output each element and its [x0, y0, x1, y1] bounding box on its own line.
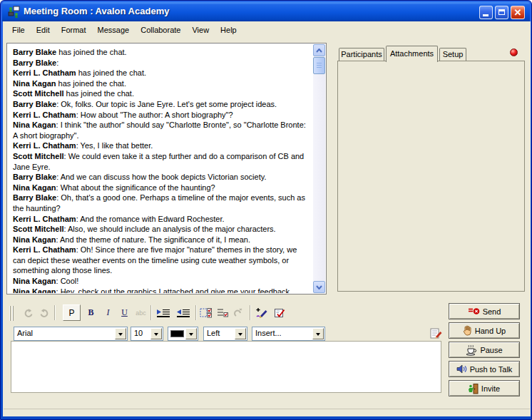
chat-message: Kerri L. Chatham: Yes, I like that bette…	[13, 140, 310, 151]
chat-text: has joined the chat.	[56, 48, 126, 56]
undo-icon	[23, 308, 34, 318]
italic-button[interactable]: I	[100, 304, 116, 321]
checklist-button[interactable]	[214, 304, 230, 321]
menu-item[interactable]: Collaborate	[135, 24, 186, 36]
maximize-button[interactable]	[495, 6, 508, 19]
chat-text: : Yes, I like that better.	[76, 141, 153, 150]
insert-value: Insert...	[255, 329, 282, 337]
client-area: FileEditFormatMessageCollaborateViewHelp…	[3, 21, 531, 416]
chat-speaker: Kerri L. Chatham	[13, 141, 76, 150]
bold-button[interactable]: B	[83, 304, 99, 321]
tab-label: Setup	[440, 48, 466, 61]
send-label: Send	[483, 307, 501, 316]
scroll-thumb[interactable]	[313, 57, 325, 74]
hand-up-button[interactable]: Hand Up	[449, 322, 520, 339]
indent-increase-button[interactable]	[154, 304, 173, 321]
scroll-up-button[interactable]	[313, 44, 325, 56]
menu-bar: FileEditFormatMessageCollaborateViewHelp	[4, 22, 530, 37]
dropdown-arrow-icon[interactable]	[312, 328, 324, 339]
indent-decrease-button[interactable]	[174, 304, 193, 321]
tab-label: Participants	[339, 48, 384, 61]
menu-item[interactable]: Format	[56, 24, 92, 36]
coffee-cup-icon	[466, 344, 477, 356]
paragraph-button[interactable]: P	[63, 304, 81, 321]
menu-item[interactable]: Edit	[31, 24, 56, 36]
tab-attachments[interactable]: Attachments	[386, 46, 438, 62]
font-family-select[interactable]: Arial	[14, 327, 128, 341]
select-items-button[interactable]	[198, 304, 214, 321]
message-input[interactable]	[11, 341, 441, 393]
chat-message: Nina Kagan has joined the chat.	[13, 78, 310, 89]
chevron-down-icon	[316, 285, 322, 290]
add-note-button[interactable]	[254, 304, 270, 321]
pointer-icon	[233, 308, 243, 318]
undo-button[interactable]	[20, 304, 36, 321]
invite-button[interactable]: Invite	[449, 380, 520, 396]
minimize-button[interactable]	[479, 6, 493, 19]
pause-button[interactable]: Pause	[449, 342, 520, 358]
chat-speaker: Kerri L. Chatham	[13, 215, 76, 223]
chevron-up-icon	[316, 48, 322, 53]
font-effects-icon: abc	[135, 309, 146, 317]
chat-scrollbar[interactable]	[313, 44, 325, 293]
chat-text: : I think "the author" should say "Charl…	[13, 121, 306, 140]
pointer-button[interactable]	[230, 304, 246, 321]
chat-text: : And we can discuss how the book depict…	[56, 173, 266, 181]
font-color-select[interactable]	[168, 327, 198, 341]
paragraph-label: P	[68, 308, 74, 318]
title-bar[interactable]: Meeting Room : Avalon Academy ✕	[2, 1, 530, 21]
send-icon	[468, 307, 480, 316]
redo-button[interactable]	[36, 304, 53, 321]
chat-message: Barry Blake: And we can discuss how the …	[13, 172, 310, 183]
chat-text: : And the theme of nature. The significa…	[56, 235, 251, 244]
toolbar-grip[interactable]	[9, 306, 14, 321]
chat-speaker: Kerri L. Chatham	[13, 245, 76, 254]
spell-check-button[interactable]	[271, 304, 287, 321]
font-size-select[interactable]: 10	[131, 327, 163, 341]
pause-label: Pause	[480, 346, 502, 354]
align-select[interactable]: Left	[203, 327, 247, 341]
push-to-talk-button[interactable]: Push to Talk	[449, 361, 520, 377]
meeting-icon	[8, 6, 21, 19]
push-to-talk-label: Push to Talk	[470, 365, 513, 374]
edit-note-icon[interactable]	[429, 327, 442, 340]
underline-button[interactable]: U	[116, 304, 133, 321]
dropdown-arrow-icon[interactable]	[150, 328, 162, 339]
chat-message: Nina Kagan: Cool!	[13, 276, 310, 287]
invite-label: Invite	[481, 384, 500, 393]
chat-speaker: Barry Blake	[13, 100, 56, 108]
tab-participants[interactable]: Participants	[339, 48, 384, 61]
chat-text: : Oh, that's a good one. Perhaps a timel…	[13, 193, 305, 212]
menu-item[interactable]: View	[186, 24, 215, 36]
hand-icon	[463, 325, 472, 336]
chat-message: Barry Blake has joined the chat.	[13, 47, 310, 58]
font-effects-button[interactable]: abc	[133, 304, 149, 321]
tab-label: Attachments	[387, 46, 437, 61]
menu-item[interactable]: Message	[92, 24, 135, 36]
chat-speaker: Barry Blake	[13, 58, 56, 67]
chat-message: Kerri L. Chatham has joined the chat.	[13, 68, 310, 78]
color-swatch	[170, 330, 184, 337]
format-toolbar: P B I U abc	[3, 302, 449, 324]
chat-text: : How about "The author: A short biograp…	[76, 111, 233, 119]
send-button[interactable]: Send	[449, 303, 520, 319]
dropdown-arrow-icon[interactable]	[115, 328, 126, 339]
dropdown-arrow-icon[interactable]	[235, 328, 246, 339]
chat-speaker: Barry Blake	[13, 173, 56, 181]
add-note-pencil-icon	[256, 307, 268, 318]
close-button[interactable]: ✕	[511, 6, 525, 19]
dropdown-arrow-icon[interactable]	[185, 328, 197, 339]
chat-message: Barry Blake: Oh, that's a good one. Perh…	[13, 193, 310, 213]
toolbar-separator	[150, 305, 152, 320]
chat-speaker: Barry Blake	[13, 48, 56, 56]
menu-item[interactable]: File	[6, 24, 31, 36]
tab-setup[interactable]: Setup	[439, 48, 466, 61]
insert-select[interactable]: Insert...	[252, 327, 325, 341]
chat-log[interactable]: Barry Blake has joined the chat. Barry B…	[6, 43, 327, 294]
chat-message: Barry Blake:	[13, 58, 310, 68]
chat-message: Scott Mitchell has joined the chat.	[13, 88, 310, 99]
menu-item[interactable]: Help	[215, 24, 242, 36]
record-led-icon	[510, 48, 518, 56]
maximize-icon	[498, 9, 505, 15]
scroll-down-button[interactable]	[313, 281, 325, 293]
